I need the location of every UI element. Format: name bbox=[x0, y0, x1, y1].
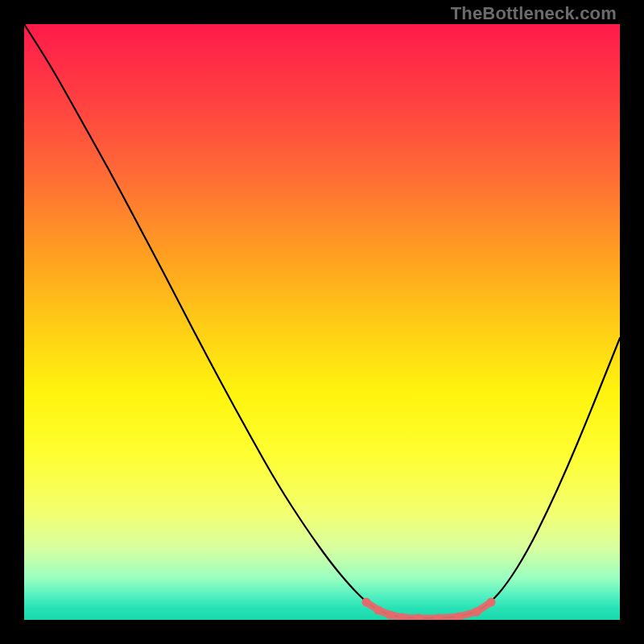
highlight-dot bbox=[362, 598, 371, 607]
highlight-dot bbox=[487, 598, 496, 607]
highlight-dots bbox=[362, 598, 496, 621]
highlight-connector bbox=[366, 602, 491, 618]
watermark-text: TheBottleneck.com bbox=[451, 3, 617, 24]
plot-area bbox=[24, 24, 620, 620]
highlight-dot bbox=[386, 611, 395, 620]
chart-frame: TheBottleneck.com bbox=[0, 0, 644, 644]
highlight-dot bbox=[473, 608, 481, 617]
highlight-dot bbox=[374, 606, 383, 615]
curve-layer bbox=[24, 24, 620, 620]
bottleneck-curve bbox=[24, 24, 620, 618]
